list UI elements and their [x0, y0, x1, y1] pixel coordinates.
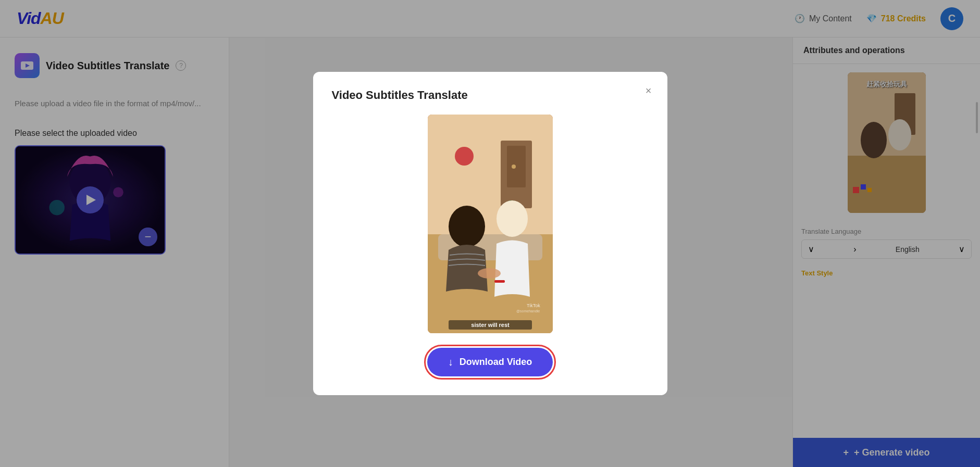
modal-video-preview: TikTok @somehandle sister will rest: [428, 115, 553, 333]
svg-point-24: [449, 206, 485, 247]
modal-dialog: Video Subtitles Translate ×: [313, 72, 667, 395]
svg-point-26: [478, 268, 501, 279]
svg-text:TikTok: TikTok: [527, 303, 540, 308]
svg-rect-27: [494, 280, 505, 283]
modal-title: Video Subtitles Translate: [332, 89, 468, 102]
download-video-button[interactable]: ↓ Download Video: [427, 348, 553, 376]
svg-text:@somehandle: @somehandle: [516, 309, 540, 313]
close-icon: ×: [646, 85, 652, 97]
svg-rect-15: [428, 115, 553, 234]
svg-point-25: [497, 200, 528, 237]
svg-point-20: [455, 147, 474, 166]
download-icon: ↓: [448, 356, 453, 368]
svg-point-19: [512, 165, 516, 169]
svg-rect-18: [507, 146, 526, 187]
modal-overlay[interactable]: Video Subtitles Translate ×: [0, 0, 980, 467]
download-button-label: Download Video: [460, 357, 532, 368]
modal-close-button[interactable]: ×: [640, 82, 657, 99]
svg-text:sister will rest: sister will rest: [471, 322, 510, 328]
